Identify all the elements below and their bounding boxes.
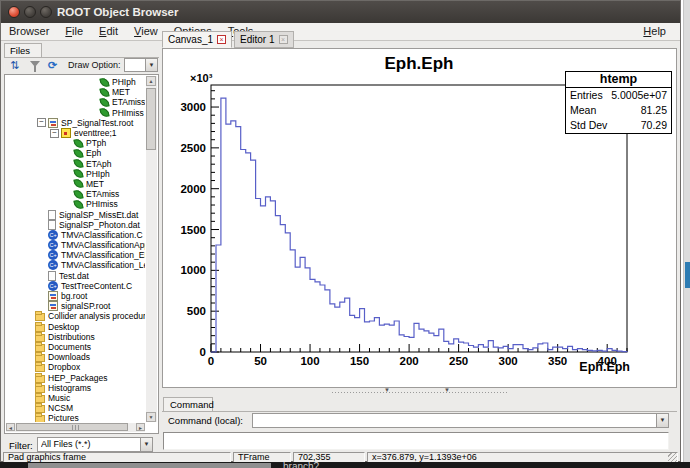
- tree-item[interactable]: Collider analysis procedures: [24, 311, 145, 321]
- folder-icon: [35, 405, 45, 413]
- menu-edit[interactable]: Edit: [91, 23, 126, 40]
- tree-item[interactable]: Test.dat: [37, 271, 145, 281]
- filter-icon[interactable]: [30, 61, 40, 67]
- tree-item[interactable]: ETAph: [63, 159, 145, 169]
- tree-item[interactable]: Dropbox: [24, 362, 145, 372]
- chevron-down-icon[interactable]: ▼: [656, 414, 668, 427]
- page-scrollbar-thumb[interactable]: [685, 262, 690, 288]
- tree-item[interactable]: −SP_SignalTest.root: [37, 118, 145, 128]
- expander-spacer: [63, 179, 72, 188]
- tree-item[interactable]: Downloads: [24, 352, 145, 362]
- title-bar[interactable]: ROOT Object Browser: [1, 1, 680, 23]
- svg-text:0: 0: [208, 355, 214, 367]
- tree-item[interactable]: PHIph: [63, 169, 145, 179]
- horizontal-splitter[interactable]: ▼ ▼: [162, 389, 677, 396]
- tree-item-label: SP_SignalTest.root: [61, 118, 133, 128]
- filter-combobox[interactable]: All Files (*.*) ▼: [37, 437, 153, 452]
- tree-item[interactable]: ETAmiss: [63, 189, 145, 199]
- tab-editor-1[interactable]: Editor 1 ×: [234, 31, 293, 48]
- tree-vertical-scrollbar[interactable]: ▲ ▼: [146, 76, 157, 422]
- canvas-pad[interactable]: 0501001502002503003504000500100015002000…: [162, 48, 677, 388]
- tree-vscroll-thumb[interactable]: [146, 88, 156, 150]
- tree-item[interactable]: TMVAClassification.C: [37, 230, 145, 240]
- tree-item[interactable]: TMVAClassification_Leptop: [37, 260, 145, 270]
- tree-item[interactable]: Histograms: [24, 383, 145, 393]
- menu-browser[interactable]: Browser: [1, 23, 57, 40]
- tree-item[interactable]: PHImiss: [63, 199, 145, 209]
- tab-command[interactable]: Command: [163, 397, 213, 411]
- resize-grip[interactable]: [668, 453, 677, 462]
- menu-view[interactable]: View: [126, 23, 166, 40]
- tree-item-label: ETAmiss: [86, 189, 119, 199]
- folder-icon: [35, 385, 45, 393]
- tree-item[interactable]: HEP_Packages: [24, 372, 145, 382]
- expander-spacer: [24, 322, 33, 331]
- window-maximize-button[interactable]: [40, 6, 52, 18]
- tree-item[interactable]: Distributions: [24, 332, 145, 342]
- collapse-expander-icon[interactable]: −: [50, 129, 59, 138]
- tree-item[interactable]: bg.root: [37, 291, 145, 301]
- collapse-expander-icon[interactable]: −: [37, 118, 46, 127]
- sort-icon[interactable]: ⇅: [10, 59, 19, 72]
- expander-spacer: [24, 373, 33, 382]
- tree-item-label: MET: [112, 87, 130, 97]
- tree-item[interactable]: Documents: [24, 342, 145, 352]
- svg-text:0: 0: [200, 346, 206, 358]
- draw-option-combobox[interactable]: ▼: [124, 58, 158, 72]
- menu-help[interactable]: Help: [635, 23, 674, 40]
- tree-item[interactable]: ETAmiss: [89, 97, 145, 107]
- tree-horizontal-scrollbar[interactable]: ◄ ►: [6, 423, 145, 432]
- tab-files[interactable]: Files: [4, 43, 42, 58]
- expander-spacer: [37, 281, 46, 290]
- scroll-up-icon[interactable]: ▲: [146, 76, 156, 86]
- tree-item[interactable]: −eventtree;1: [50, 128, 145, 138]
- scroll-right-icon[interactable]: ►: [136, 423, 145, 431]
- tree-item[interactable]: Desktop: [24, 322, 145, 332]
- tree-item[interactable]: MET: [89, 87, 145, 97]
- collapse-down-icon[interactable]: ▼: [384, 387, 390, 393]
- leaf-icon: [73, 159, 83, 169]
- scroll-down-icon[interactable]: ▼: [146, 412, 156, 422]
- tree-item[interactable]: TMVAClassificationApplicati: [37, 240, 145, 250]
- close-icon[interactable]: ×: [279, 35, 288, 44]
- menu-file[interactable]: File: [57, 23, 91, 40]
- leaf-icon: [73, 138, 83, 148]
- window-close-button[interactable]: [8, 6, 20, 18]
- tree-item[interactable]: SignalSP_MissEt.dat: [37, 209, 145, 219]
- tree-item[interactable]: NCSM: [24, 403, 145, 413]
- tree-item[interactable]: Pictures: [24, 413, 145, 422]
- page-scrollbar[interactable]: [683, 0, 690, 468]
- root-object-browser-window: ROOT Object Browser BrowserFileEditViewO…: [0, 0, 681, 462]
- tree-item[interactable]: PHIph: [89, 77, 145, 87]
- tree-item[interactable]: Music: [24, 393, 145, 403]
- refresh-icon[interactable]: ⟳: [48, 59, 57, 72]
- tree-item-label: TMVAClassification_EFT2.C: [61, 250, 145, 260]
- command-output[interactable]: [163, 432, 669, 450]
- command-input[interactable]: ▼: [252, 413, 669, 428]
- tree-item[interactable]: PTph: [63, 138, 145, 148]
- window-minimize-button[interactable]: [24, 6, 36, 18]
- svg-text:300: 300: [499, 355, 518, 367]
- tree-hscroll-thumb[interactable]: [16, 423, 128, 431]
- tree-item[interactable]: PHImiss: [89, 108, 145, 118]
- collapse-down-icon[interactable]: ▼: [444, 387, 450, 393]
- scroll-left-icon[interactable]: ◄: [6, 423, 15, 431]
- tree-item[interactable]: signalSP.root: [37, 301, 145, 311]
- svg-text:3000: 3000: [180, 101, 206, 113]
- tree-item[interactable]: MET: [63, 179, 145, 189]
- svg-text:1500: 1500: [180, 224, 206, 236]
- tree-item[interactable]: TMVAClassification_EFT2.C: [37, 250, 145, 260]
- tab-canvas-1[interactable]: Canvas_1 ×: [162, 31, 232, 48]
- tree-item[interactable]: Eph: [63, 148, 145, 158]
- stats-box[interactable]: htemp Entries5.0005e+07 Mean81.25 Std De…: [565, 71, 672, 134]
- expander-spacer: [24, 383, 33, 392]
- leaf-icon: [73, 189, 83, 199]
- tree-item[interactable]: TestTreeContent.C: [37, 281, 145, 291]
- chevron-down-icon[interactable]: ▼: [140, 438, 152, 451]
- tree-item-label: PHImiss: [86, 199, 118, 209]
- chevron-down-icon[interactable]: ▼: [145, 59, 157, 71]
- cpp-file-icon: [48, 250, 58, 260]
- close-icon[interactable]: ×: [217, 35, 226, 44]
- tree-item[interactable]: SignalSP_Photon.dat: [37, 220, 145, 230]
- expander-spacer: [24, 342, 33, 351]
